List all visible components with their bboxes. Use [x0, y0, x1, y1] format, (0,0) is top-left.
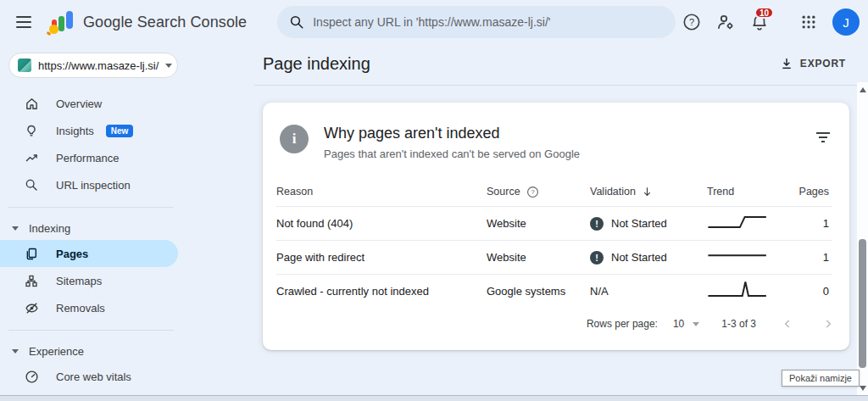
table-header-row: Reason Source ? Validation	[276, 177, 832, 206]
next-page-button[interactable]	[819, 318, 837, 330]
validation-cell: ! Not Started	[590, 217, 707, 231]
col-pages[interactable]: Pages	[792, 186, 832, 198]
rows-per-page-label: Rows per page:	[587, 318, 658, 330]
sidebar-item-core-web-vitals[interactable]: Core web vitals	[0, 363, 178, 390]
app-logo: Google Search Console	[51, 10, 247, 34]
chevron-down-icon	[12, 349, 19, 354]
user-settings-button[interactable]	[709, 5, 743, 39]
chevron-left-icon	[782, 318, 793, 330]
filter-icon	[815, 131, 831, 143]
info-icon: i	[280, 125, 309, 153]
card-title: Why pages aren't indexed	[324, 125, 580, 142]
not-started-icon: !	[590, 217, 604, 231]
new-badge: New	[106, 125, 134, 137]
pages-cell: 1	[792, 217, 832, 230]
col-trend[interactable]: Trend	[707, 186, 792, 198]
header-actions: ? 10	[675, 0, 860, 44]
reason-cell: Page with redirect	[276, 251, 487, 264]
prev-page-button[interactable]	[778, 318, 797, 330]
trend-sparkline	[707, 245, 768, 267]
header-divider	[254, 85, 868, 86]
reason-cell: Crawled - currently not indexed	[276, 285, 487, 298]
col-validation[interactable]: Validation	[590, 186, 707, 198]
window-bottom-edge	[0, 395, 868, 401]
main-content: Page indexing EXPORT i Why pages aren't …	[246, 44, 868, 401]
magnifier-icon	[25, 178, 38, 192]
sidebar-item-label: Removals	[56, 302, 105, 315]
trend-cell	[707, 211, 792, 236]
apps-grid-icon	[800, 14, 817, 31]
reason-cell: Not found (404)	[276, 217, 487, 230]
sidebar-divider	[8, 330, 174, 331]
pagination: Rows per page: 10 1-3 of 3	[263, 308, 849, 330]
search-icon	[289, 14, 304, 30]
trend-cell	[707, 279, 792, 304]
search-input[interactable]	[313, 15, 664, 29]
source-cell: Website	[487, 217, 590, 230]
sidebar-item-label: Performance	[56, 152, 119, 164]
sidebar-item-label: Pages	[56, 248, 88, 260]
apps-grid-button[interactable]	[792, 5, 826, 39]
download-icon	[780, 57, 793, 70]
section-title: Indexing	[29, 222, 70, 235]
sidebar-divider	[8, 207, 174, 208]
help-circle-icon: ?	[526, 186, 539, 198]
sitemap-icon	[25, 274, 38, 288]
sidebar-item-label: Sitemaps	[56, 275, 102, 287]
help-button[interactable]: ?	[675, 5, 709, 39]
sort-arrow-down-icon	[642, 186, 653, 198]
sidebar-item-performance[interactable]: Performance	[0, 144, 178, 171]
section-indexing[interactable]: Indexing	[0, 216, 246, 240]
trending-up-icon	[25, 151, 39, 165]
scroll-up-arrow[interactable]	[857, 84, 868, 95]
property-selector[interactable]: https://www.masaze-lj.si/	[8, 53, 178, 78]
issues-table: Reason Source ? Validation	[276, 177, 832, 308]
rows-per-page-select[interactable]: 10	[673, 318, 699, 330]
col-source[interactable]: Source ?	[487, 186, 590, 198]
not-indexed-card: i Why pages aren't indexed Pages that ar…	[263, 103, 849, 350]
menu-icon[interactable]	[7, 5, 41, 39]
scrollbar-thumb[interactable]	[859, 239, 866, 368]
table-row[interactable]: Page with redirect Website ! Not Started…	[276, 240, 832, 274]
chevron-down-icon	[12, 226, 19, 231]
avatar[interactable]: J	[832, 8, 860, 36]
export-label: EXPORT	[800, 58, 846, 70]
table-row[interactable]: Crawled - currently not indexed Google s…	[276, 274, 832, 308]
trend-sparkline	[707, 279, 768, 301]
chevron-right-icon	[822, 318, 834, 330]
col-reason[interactable]: Reason	[276, 186, 487, 198]
url-inspect-search[interactable]	[277, 6, 676, 38]
help-icon: ?	[682, 13, 701, 31]
user-gear-icon	[715, 12, 736, 32]
source-cell: Website	[487, 251, 590, 264]
sidebar-item-label: Insights	[56, 125, 94, 137]
sidebar-item-sitemaps[interactable]: Sitemaps	[0, 267, 178, 294]
validation-cell: N/A	[590, 285, 707, 298]
notification-badge: 10	[754, 7, 774, 19]
property-url: https://www.masaze-lj.si/	[38, 59, 159, 72]
show-desktop-tooltip: Pokaži namizje	[782, 370, 860, 387]
sidebar-item-url-inspection[interactable]: URL inspection	[0, 171, 178, 198]
section-title: Experience	[29, 345, 84, 358]
section-experience[interactable]: Experience	[0, 339, 246, 363]
notifications-button[interactable]: 10	[743, 5, 776, 39]
lightbulb-icon	[25, 124, 38, 138]
vertical-scrollbar[interactable]	[857, 82, 868, 395]
sidebar-item-removals[interactable]: Removals	[0, 294, 178, 321]
app-title: Google Search Console	[83, 14, 247, 31]
sidebar-item-pages[interactable]: Pages	[0, 240, 178, 267]
home-icon	[25, 97, 39, 111]
sidebar-item-overview[interactable]: Overview	[0, 90, 178, 117]
sidebar: https://www.masaze-lj.si/ Overview Insig…	[0, 44, 246, 401]
export-button[interactable]: EXPORT	[780, 57, 846, 70]
sidebar-item-label: Overview	[56, 97, 102, 110]
trend-cell	[707, 245, 792, 270]
trend-sparkline	[707, 211, 768, 233]
table-row[interactable]: Not found (404) Website ! Not Started 1	[276, 206, 832, 240]
page-range-label: 1-3 of 3	[721, 318, 756, 330]
filter-button[interactable]	[815, 131, 831, 143]
svg-text:?: ?	[689, 17, 694, 27]
sidebar-item-insights[interactable]: Insights New	[0, 117, 178, 144]
site-favicon	[18, 58, 31, 72]
pages-cell: 1	[792, 251, 832, 264]
